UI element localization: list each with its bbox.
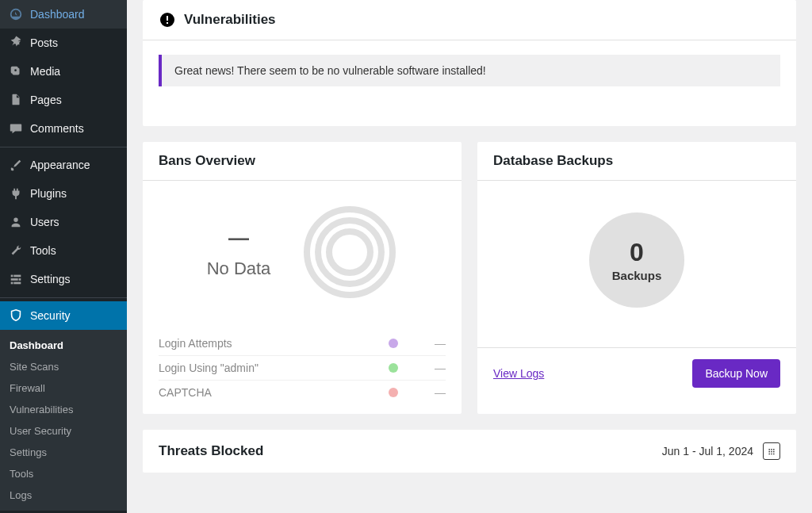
security-submenu: Dashboard Site Scans Firewall Vulnerabil… [0,330,127,511]
admin-sidebar: Dashboard Posts Media Pages Comments App… [0,0,127,513]
svg-rect-8 [167,22,168,24]
submenu-item-dashboard[interactable]: Dashboard [0,335,127,356]
svg-point-14 [773,449,775,450]
svg-rect-7 [167,16,168,21]
legend-dot [389,388,398,397]
threats-header: Threats Blocked Jun 1 - Jul 1, 2024 [143,430,796,473]
no-data-text: No Data [207,258,271,278]
svg-rect-5 [13,282,21,285]
sidebar-item-label: Posts [30,36,58,49]
sidebar-item-label: Pages [30,94,62,106]
sidebar-item-security[interactable]: Security [0,301,127,330]
no-data-label: — No Data [207,226,271,279]
sidebar-item-media[interactable]: Media [0,57,127,86]
backups-footer: View Logs Backup Now [477,347,796,399]
svg-rect-1 [13,275,21,278]
legend-row-captcha: CAPTCHA — [159,381,446,404]
sidebar-item-label: Dashboard [30,8,85,21]
svg-point-18 [768,454,770,455]
legend-value: — [430,386,446,399]
sidebar-item-comments[interactable]: Comments [0,114,127,143]
submenu-item-tools[interactable]: Tools [0,463,127,484]
database-backups-title: Database Backups [493,153,613,169]
sidebar-item-label: Security [30,309,71,322]
submenu-item-vulnerabilities[interactable]: Vulnerabilities [0,399,127,420]
no-data-dash: — [207,226,271,251]
vulnerabilities-alert: Great news! There seem to be no vulnerab… [159,55,780,86]
svg-point-17 [773,451,775,453]
threats-title: Threats Blocked [159,443,263,459]
sidebar-item-label: Users [30,216,59,228]
calendar-icon[interactable] [763,442,780,460]
sidebar-item-label: Appearance [30,159,90,171]
main-content: Vulnerabilities Great news! There seem t… [127,0,812,513]
svg-rect-0 [11,275,13,278]
media-icon [8,63,24,79]
svg-point-11 [329,232,370,273]
sidebar-item-label: Tools [30,244,56,257]
plug-icon [8,186,24,201]
vulnerabilities-card: Vulnerabilities Great news! There seem t… [143,0,796,126]
sidebar-item-dashboard[interactable]: Dashboard [0,0,127,29]
submenu-item-settings[interactable]: Settings [0,442,127,463]
legend-label: Login Attempts [159,337,389,350]
legend-label: Login Using "admin" [159,362,389,374]
shield-icon [8,308,24,323]
legend-row-login-admin: Login Using "admin" — [159,356,446,381]
sidebar-item-label: Settings [30,273,71,285]
svg-point-19 [771,454,772,455]
date-range-text: Jun 1 - Jul 1, 2024 [662,445,753,457]
backup-count: 0 [630,238,644,267]
sidebar-item-appearance[interactable]: Appearance [0,151,127,179]
sidebar-item-tools[interactable]: Tools [0,236,127,265]
ring-chart-placeholder [302,205,397,300]
sidebar-item-posts[interactable]: Posts [0,29,127,57]
sidebar-item-plugins[interactable]: Plugins [0,179,127,208]
sidebar-item-label: Plugins [30,187,67,200]
bans-chart: — No Data [159,181,446,323]
legend-value: — [430,337,446,350]
backup-count-label: Backups [612,269,662,282]
alert-icon [159,11,176,29]
legend-label: CAPTCHA [159,386,389,399]
svg-point-16 [771,451,772,453]
user-icon [8,214,24,230]
backup-count-circle: 0 Backups [589,212,684,308]
sidebar-item-settings[interactable]: Settings [0,265,127,293]
svg-point-15 [768,451,770,453]
brush-icon [8,157,24,173]
legend-dot [389,363,398,373]
view-logs-link[interactable]: View Logs [493,367,544,380]
pin-icon [8,35,24,51]
backup-now-button[interactable]: Backup Now [692,359,780,388]
vulnerabilities-title: Vulnerabilities [184,12,276,28]
submenu-item-logs[interactable]: Logs [0,484,127,506]
date-range: Jun 1 - Jul 1, 2024 [662,442,780,460]
comment-icon [8,121,24,136]
database-backups-card: Database Backups 0 Backups View Logs Bac… [477,142,796,414]
legend-row-login-attempts: Login Attempts — [159,331,446,356]
bans-overview-title: Bans Overview [159,153,255,169]
vulnerabilities-header: Vulnerabilities [143,0,796,40]
legend-value: — [430,362,446,374]
sidebar-item-users[interactable]: Users [0,208,127,236]
svg-rect-2 [11,278,18,281]
submenu-item-user-security[interactable]: User Security [0,420,127,442]
sidebar-item-pages[interactable]: Pages [0,86,127,114]
submenu-item-site-scans[interactable]: Site Scans [0,356,127,377]
svg-point-20 [773,454,775,455]
bans-legend: Login Attempts — Login Using "admin" — C… [159,331,446,404]
sidebar-item-label: Media [30,65,60,78]
dashboard-icon [8,6,24,22]
wrench-icon [8,243,24,258]
threats-blocked-card: Threats Blocked Jun 1 - Jul 1, 2024 [143,430,796,473]
submenu-item-firewall[interactable]: Firewall [0,377,127,399]
legend-dot [389,339,398,348]
pages-icon [8,92,24,108]
sidebar-item-label: Comments [30,122,84,135]
bans-overview-card: Bans Overview — No Data Login [143,142,462,414]
svg-rect-3 [19,278,21,281]
svg-point-12 [768,449,770,450]
svg-point-13 [771,449,772,450]
svg-rect-4 [11,282,13,285]
